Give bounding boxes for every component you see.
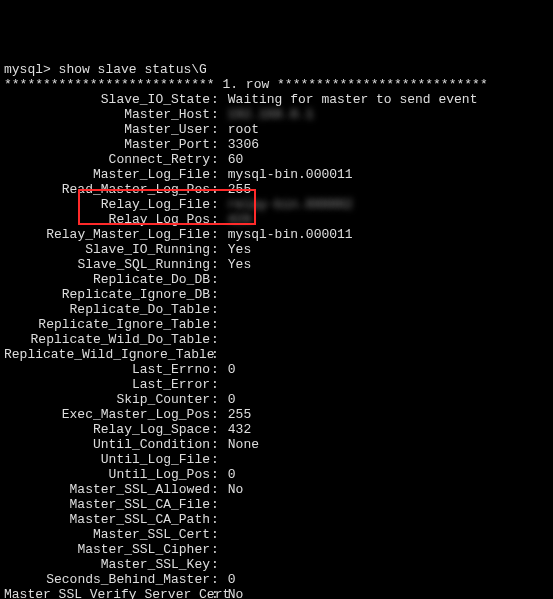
field-row: Master_SSL_CA_Path:	[4, 512, 549, 527]
field-label: Master_SSL_CA_Path	[4, 512, 210, 527]
field-row: Master_Log_File: mysql-bin.000011	[4, 167, 549, 182]
colon-separator: :	[210, 362, 220, 377]
field-label: Master_User	[4, 122, 210, 137]
colon-separator: :	[210, 152, 220, 167]
field-label: Slave_SQL_Running	[4, 257, 210, 272]
field-label: Master_Host	[4, 107, 210, 122]
field-label: Master_SSL_CA_File	[4, 497, 210, 512]
field-label: Until_Log_Pos	[4, 467, 210, 482]
colon-separator: :	[210, 332, 220, 347]
field-label: Replicate_Wild_Do_Table	[4, 332, 210, 347]
field-value: 60	[228, 152, 244, 167]
field-label: Replicate_Wild_Ignore_Table	[4, 347, 210, 362]
field-label: Replicate_Ignore_DB	[4, 287, 210, 302]
field-label: Master_SSL_Key	[4, 557, 210, 572]
field-row: Slave_IO_State: Waiting for master to se…	[4, 92, 549, 107]
field-row: Replicate_Do_Table:	[4, 302, 549, 317]
colon-separator: :	[210, 347, 220, 362]
field-value: 420	[228, 212, 376, 227]
field-label: Slave_IO_Running	[4, 242, 210, 257]
colon-separator: :	[210, 557, 220, 572]
field-label: Until_Condition	[4, 437, 210, 452]
field-row: Replicate_Wild_Ignore_Table:	[4, 347, 549, 362]
field-value: relay-bin.000002	[228, 197, 353, 212]
colon-separator: :	[210, 137, 220, 152]
colon-separator: :	[210, 107, 220, 122]
field-label: Master_SSL_Cipher	[4, 542, 210, 557]
field-row: Replicate_Ignore_DB:	[4, 287, 549, 302]
colon-separator: :	[210, 212, 220, 227]
colon-separator: :	[210, 92, 220, 107]
colon-separator: :	[210, 287, 220, 302]
field-label: Master_Port	[4, 137, 210, 152]
colon-separator: :	[210, 407, 220, 422]
field-label: Last_Error	[4, 377, 210, 392]
colon-separator: :	[210, 227, 220, 242]
field-row: Replicate_Ignore_Table:	[4, 317, 549, 332]
field-label: Relay_Log_Pos	[4, 212, 210, 227]
colon-separator: :	[210, 272, 220, 287]
field-value: Yes	[228, 242, 251, 257]
field-label: Relay_Log_Space	[4, 422, 210, 437]
colon-separator: :	[210, 182, 220, 197]
field-row: Slave_IO_Running: Yes	[4, 242, 549, 257]
field-value: 255	[228, 182, 251, 197]
field-row: Seconds_Behind_Master: 0	[4, 572, 549, 587]
field-label: Skip_Counter	[4, 392, 210, 407]
row-header: *************************** 1. row *****…	[4, 77, 549, 92]
field-value: 255	[228, 407, 251, 422]
field-label: Master_Log_File	[4, 167, 210, 182]
colon-separator: :	[210, 422, 220, 437]
field-row: Replicate_Do_DB:	[4, 272, 549, 287]
field-row: Connect_Retry: 60	[4, 152, 549, 167]
field-row: Master_SSL_Cert:	[4, 527, 549, 542]
field-label: Relay_Log_File	[4, 197, 210, 212]
field-value: root	[228, 122, 259, 137]
field-value: None	[228, 437, 259, 452]
field-value: mysql-bin.000011	[228, 227, 353, 242]
colon-separator: :	[210, 257, 220, 272]
field-row: Master_Port: 3306	[4, 137, 549, 152]
colon-separator: :	[210, 122, 220, 137]
colon-separator: :	[210, 467, 220, 482]
field-row: Relay_Master_Log_File: mysql-bin.000011	[4, 227, 549, 242]
colon-separator: :	[210, 302, 220, 317]
field-row: Master_SSL_Key:	[4, 557, 549, 572]
colon-separator: :	[210, 527, 220, 542]
field-row: Skip_Counter: 0	[4, 392, 549, 407]
field-row: Last_Error:	[4, 377, 549, 392]
field-label: Until_Log_File	[4, 452, 210, 467]
field-label: Seconds_Behind_Master	[4, 572, 210, 587]
colon-separator: :	[210, 482, 220, 497]
field-row: Master_SSL_Verify_Server_Cert: No	[4, 587, 549, 599]
field-value: 432	[228, 422, 251, 437]
field-row: Last_Errno: 0	[4, 362, 549, 377]
field-value: 0	[228, 362, 236, 377]
field-row: Master_SSL_Allowed: No	[4, 482, 549, 497]
colon-separator: :	[210, 452, 220, 467]
colon-separator: :	[210, 377, 220, 392]
field-value: 0	[228, 572, 236, 587]
field-row: Relay_Log_Pos: 420	[4, 212, 549, 227]
field-row: Slave_SQL_Running: Yes	[4, 257, 549, 272]
colon-separator: :	[210, 497, 220, 512]
field-label: Replicate_Ignore_Table	[4, 317, 210, 332]
colon-separator: :	[210, 317, 220, 332]
field-label: Read_Master_Log_Pos	[4, 182, 210, 197]
colon-separator: :	[210, 392, 220, 407]
field-row: Relay_Log_Space: 432	[4, 422, 549, 437]
field-row: Master_User: root	[4, 122, 549, 137]
field-value: 3306	[228, 137, 259, 152]
field-row: Master_Host: 192.168.0.1	[4, 107, 549, 122]
field-value: 192.168.0.1	[228, 107, 314, 122]
field-label: Master_SSL_Cert	[4, 527, 210, 542]
field-label: Connect_Retry	[4, 152, 210, 167]
terminal-output: mysql> show slave status\G**************…	[4, 62, 549, 599]
colon-separator: :	[210, 572, 220, 587]
field-value: mysql-bin.000011	[228, 167, 353, 182]
field-row: Until_Condition: None	[4, 437, 549, 452]
field-value: No	[228, 482, 244, 497]
field-row: Replicate_Wild_Do_Table:	[4, 332, 549, 347]
field-label: Exec_Master_Log_Pos	[4, 407, 210, 422]
field-label: Last_Errno	[4, 362, 210, 377]
